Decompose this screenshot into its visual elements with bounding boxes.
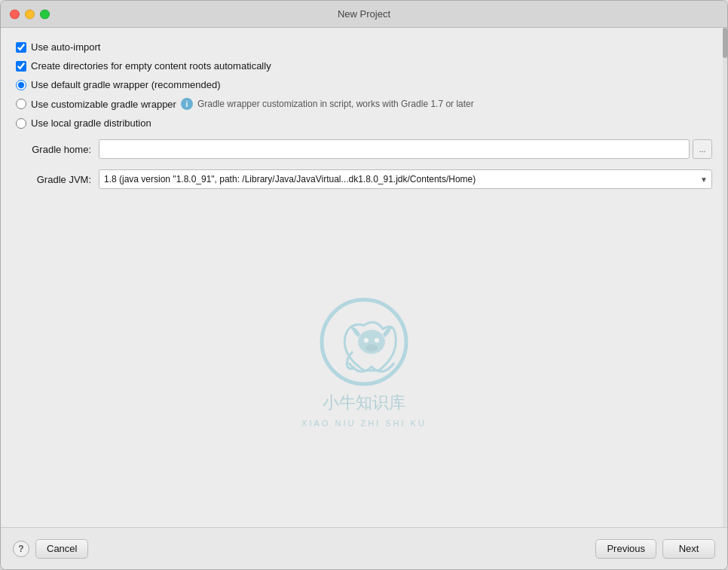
gradle-jvm-row: Gradle JVM: 1.8 (java version "1.8.0_91"… [16,169,712,189]
customizable-wrapper-label: Use customizable gradle wrapper [31,99,176,110]
gradle-jvm-input-group: 1.8 (java version "1.8.0_91", path: /Lib… [99,169,712,189]
auto-import-row: Use auto-import [16,41,712,53]
window-title: New Project [338,8,390,20]
svg-point-4 [366,344,378,352]
info-text: Gradle wrapper customization in script, … [197,99,474,109]
auto-import-checkbox[interactable] [16,42,26,53]
create-dirs-checkbox[interactable] [16,61,26,72]
scrollbar-thumb[interactable] [723,28,727,58]
gradle-home-row: Gradle home: ... [16,139,712,159]
default-wrapper-row: Use default gradle wrapper (recommended) [16,79,712,90]
default-wrapper-label: Use default gradle wrapper (recommended) [31,79,220,90]
titlebar: New Project [1,1,727,28]
local-distribution-row: Use local gradle distribution [16,117,712,129]
minimize-button[interactable] [25,9,35,19]
footer-left: ? Cancel [13,539,88,559]
gradle-home-browse-button[interactable]: ... [693,139,712,159]
watermark-text-en: XIAO NIU ZHI SHI KU [301,419,427,428]
footer: ? Cancel Previous Next [1,527,727,569]
previous-button[interactable]: Previous [595,539,656,559]
default-wrapper-radio[interactable] [16,80,26,90]
svg-point-2 [364,338,369,343]
local-distribution-radio[interactable] [16,118,26,129]
content-area: Use auto-import Create directories for e… [1,28,727,527]
gradle-home-input[interactable] [99,139,690,159]
watermark-text-cn: 小牛知识库 [323,392,405,414]
create-dirs-row: Create directories for empty content roo… [16,60,712,72]
auto-import-label: Use auto-import [31,41,100,53]
watermark-logo-icon [319,297,409,387]
watermark: 小牛知识库 XIAO NIU ZHI SHI KU [301,297,427,428]
scrollbar-track [723,28,727,527]
main-window: New Project Use auto-import Create direc… [0,0,728,570]
maximize-button[interactable] [40,9,50,19]
watermark-area: 小牛知识库 XIAO NIU ZHI SHI KU [16,197,712,527]
gradle-jvm-select-wrapper: 1.8 (java version "1.8.0_91", path: /Lib… [99,169,712,189]
help-button[interactable]: ? [13,541,29,557]
next-button[interactable]: Next [662,539,715,559]
gradle-home-label: Gradle home: [16,144,99,155]
local-distribution-label: Use local gradle distribution [31,117,151,129]
footer-right: Previous Next [595,539,715,559]
customizable-wrapper-radio[interactable] [16,99,26,109]
cancel-button[interactable]: Cancel [35,539,88,559]
create-dirs-label: Create directories for empty content roo… [31,60,271,72]
gradle-jvm-select[interactable]: 1.8 (java version "1.8.0_91", path: /Lib… [99,169,712,189]
traffic-lights [10,9,50,19]
gradle-home-input-group: ... [99,139,712,159]
gradle-jvm-label: Gradle JVM: [16,174,99,185]
customizable-wrapper-row: Use customizable gradle wrapper i Gradle… [16,98,712,110]
info-icon: i [181,98,193,110]
svg-point-3 [375,338,379,343]
close-button[interactable] [10,9,20,19]
